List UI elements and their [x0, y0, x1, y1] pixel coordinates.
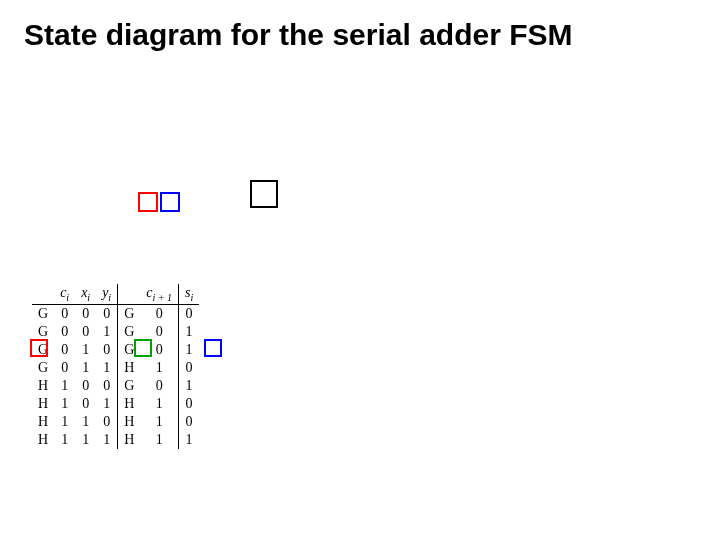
cell-si: 1 [179, 323, 200, 341]
slide-title: State diagram for the serial adder FSM [24, 18, 572, 52]
cell-state-in: G [32, 323, 54, 341]
cell-ci1: 0 [140, 341, 178, 359]
table-row: G010G01 [32, 341, 199, 359]
cell-ci: 0 [54, 359, 75, 377]
cell-ci: 0 [54, 341, 75, 359]
cell-yi: 0 [96, 413, 118, 431]
table-row: G011H10 [32, 359, 199, 377]
cell-yi: 1 [96, 359, 118, 377]
cell-xi: 0 [75, 395, 96, 413]
table-row: H111H11 [32, 431, 199, 449]
cell-si: 0 [179, 413, 200, 431]
cell-yi: 0 [96, 341, 118, 359]
cell-yi: 1 [96, 323, 118, 341]
table-row: G000G00 [32, 304, 199, 323]
cell-xi: 0 [75, 323, 96, 341]
cell-si: 0 [179, 359, 200, 377]
cell-state-in: G [32, 359, 54, 377]
cell-ci1: 0 [140, 304, 178, 323]
cell-xi: 1 [75, 413, 96, 431]
cell-state-out: H [118, 431, 141, 449]
cell-ci1: 1 [140, 413, 178, 431]
cell-yi: 0 [96, 377, 118, 395]
cell-state-out: H [118, 413, 141, 431]
cell-xi: 1 [75, 431, 96, 449]
cell-ci: 0 [54, 304, 75, 323]
cell-state-in: H [32, 413, 54, 431]
cell-xi: 0 [75, 304, 96, 323]
col-ci: ci [54, 284, 75, 304]
cell-state-in: H [32, 377, 54, 395]
truth-table: ci xi yi ci + 1 si G [32, 284, 199, 449]
placeholder-box-blue-icon [160, 192, 180, 212]
cell-state-out: G [118, 341, 141, 359]
cell-state-in: G [32, 304, 54, 323]
table-row: H110H10 [32, 413, 199, 431]
cell-ci: 1 [54, 395, 75, 413]
table-row: G001G01 [32, 323, 199, 341]
cell-ci1: 1 [140, 395, 178, 413]
cell-si: 1 [179, 431, 200, 449]
placeholder-box-red-icon [138, 192, 158, 212]
cell-si: 1 [179, 341, 200, 359]
cell-state-out: H [118, 395, 141, 413]
cell-xi: 0 [75, 377, 96, 395]
col-yi: yi [96, 284, 118, 304]
cell-si: 0 [179, 304, 200, 323]
cell-yi: 1 [96, 431, 118, 449]
cell-ci1: 1 [140, 359, 178, 377]
cell-state-in: G [32, 341, 54, 359]
table-row: H100G01 [32, 377, 199, 395]
cell-state-in: H [32, 395, 54, 413]
placeholder-box-black-icon [250, 180, 278, 208]
cell-ci: 1 [54, 377, 75, 395]
highlight-output-icon [204, 339, 222, 357]
cell-si: 0 [179, 395, 200, 413]
table-row: H101H10 [32, 395, 199, 413]
cell-state-out: H [118, 359, 141, 377]
glyph-placeholder-pair [138, 192, 180, 212]
cell-si: 1 [179, 377, 200, 395]
cell-ci: 0 [54, 323, 75, 341]
cell-ci: 1 [54, 413, 75, 431]
cell-state-out: G [118, 377, 141, 395]
cell-state-out: G [118, 323, 141, 341]
cell-xi: 1 [75, 341, 96, 359]
cell-xi: 1 [75, 359, 96, 377]
col-si: si [179, 284, 200, 304]
cell-state-in: H [32, 431, 54, 449]
col-ci1: ci + 1 [140, 284, 178, 304]
cell-ci1: 1 [140, 431, 178, 449]
col-xi: xi [75, 284, 96, 304]
cell-state-out: G [118, 304, 141, 323]
cell-yi: 1 [96, 395, 118, 413]
cell-yi: 0 [96, 304, 118, 323]
cell-ci1: 0 [140, 377, 178, 395]
cell-ci: 1 [54, 431, 75, 449]
cell-ci1: 0 [140, 323, 178, 341]
